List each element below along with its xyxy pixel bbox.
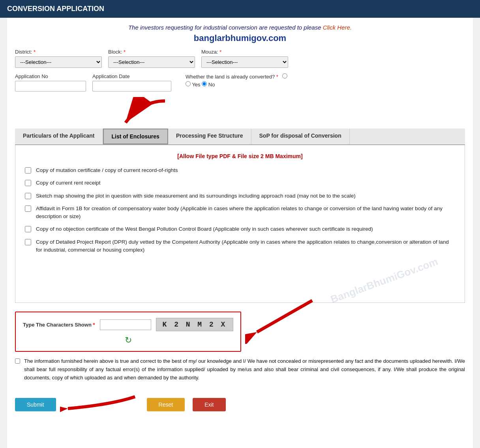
appdate-group: Application Date 22/02/2025 [92, 73, 171, 91]
enclosure-list: Copy of mutation certificate / copy of c… [25, 166, 455, 254]
notice-text: The investors requesting for industrial … [128, 24, 321, 31]
arrow-to-tab-svg [102, 97, 181, 129]
appno-label: Application No [15, 73, 86, 79]
site-name: banglarbhumigov.com [15, 33, 465, 43]
reset-button[interactable]: Reset [147, 398, 185, 411]
declaration-checkbox[interactable] [15, 358, 20, 364]
tab-particulars[interactable]: Particulars of the Applicant [15, 129, 103, 144]
list-item: Sketch map showing the plot in question … [25, 192, 455, 200]
chk6-checkbox[interactable] [25, 239, 31, 245]
submit-row-container: Submit Reset Exit [15, 389, 465, 416]
captcha-section-wrapper: Type The Characters Shown * K 2 N M 2 X … [15, 304, 465, 357]
captcha-row: Type The Characters Shown * K 2 N M 2 X [23, 318, 233, 331]
block-label: Block: * [108, 49, 195, 55]
appno-input[interactable] [15, 81, 86, 91]
arrow-to-submit-svg [60, 393, 139, 416]
chk4-label: Affidavit in Form 1B for creation of com… [36, 205, 455, 221]
exit-button[interactable]: Exit [193, 398, 225, 411]
converted-yes-label: Yes [186, 82, 202, 88]
click-here-link[interactable]: Click Here. [323, 24, 352, 31]
chk5-checkbox[interactable] [25, 226, 31, 232]
submit-button[interactable]: Submit [15, 398, 56, 411]
mouza-select[interactable]: ---Selection--- [201, 56, 288, 68]
converted-no-label: No [202, 82, 215, 88]
appdate-input[interactable]: 22/02/2025 [92, 81, 171, 91]
list-item: Copy of current rent receipt [25, 179, 455, 187]
chk1-checkbox[interactable] [25, 167, 31, 174]
chk6-label: Copy of Detailed Project Report (DPR) du… [36, 238, 455, 254]
watermark: BanglarBhumiGov.com [329, 256, 439, 306]
form-row-1: District: * ---Selection--- Block: * ---… [15, 49, 465, 68]
tabs-bar: Particulars of the Applicant List of Enc… [15, 129, 465, 145]
converted-yes-radio[interactable] [186, 81, 191, 86]
captcha-section: Type The Characters Shown * K 2 N M 2 X … [15, 312, 241, 352]
file-notice: [Allow File type PDF & File size 2 MB Ma… [25, 153, 455, 159]
tab-sop[interactable]: SoP for disposal of Conversion [251, 129, 350, 144]
arrow-to-captcha-svg [245, 297, 316, 344]
chk5-label: Copy of no objection certificate of the … [36, 225, 373, 233]
appdate-label: Application Date [92, 73, 171, 79]
captcha-arrow-container [245, 297, 316, 345]
button-row: Submit Reset Exit [15, 393, 226, 416]
block-select[interactable]: ---Selection--- [108, 56, 195, 68]
mouza-group: Mouza: * ---Selection--- [201, 49, 288, 68]
enclosures-panel: [Allow File type PDF & File size 2 MB Ma… [15, 145, 465, 303]
top-notice: The investors requesting for industrial … [15, 24, 465, 31]
submit-area: Submit Reset Exit [15, 389, 465, 416]
list-item: Copy of mutation certificate / copy of c… [25, 166, 455, 174]
captcha-image: K 2 N M 2 X [156, 318, 234, 331]
tab-enclosures[interactable]: List of Enclosures [103, 129, 168, 144]
converted-label: Whether the land is already converted? * [186, 73, 287, 80]
mouza-label: Mouza: * [201, 49, 288, 55]
chk2-label: Copy of current rent receipt [36, 179, 101, 187]
tab-arrow-area [15, 97, 465, 129]
chk3-label: Sketch map showing the plot in question … [36, 192, 356, 200]
tab-fee[interactable]: Processing Fee Structure [168, 129, 251, 144]
chk1-label: Copy of mutation certificate / copy of c… [36, 166, 178, 174]
chk2-checkbox[interactable] [25, 180, 31, 186]
chk3-checkbox[interactable] [25, 193, 31, 199]
appno-group: Application No [15, 73, 86, 91]
main-content: The investors requesting for industrial … [7, 18, 473, 448]
list-item: Copy of no objection certificate of the … [25, 225, 455, 233]
declaration-section: The information furnished herein above i… [15, 357, 465, 382]
district-group: District: * ---Selection--- [15, 49, 102, 68]
declaration-text: The information furnished herein above i… [24, 357, 465, 382]
form-row-2: Application No Application Date 22/02/20… [15, 73, 465, 91]
converted-radio-none[interactable] [282, 73, 287, 78]
list-item: Copy of Detailed Project Report (DPR) du… [25, 238, 455, 254]
chk4-checkbox[interactable] [25, 205, 31, 212]
district-label: District: * [15, 49, 102, 55]
refresh-row: ↻ [23, 335, 233, 345]
converted-radio-group: Yes No [186, 81, 287, 88]
converted-group: Whether the land is already converted? *… [186, 73, 287, 88]
page-header: CONVERSION APPLICATION [0, 0, 480, 18]
district-select[interactable]: ---Selection--- [15, 56, 102, 68]
list-item: Affidavit in Form 1B for creation of com… [25, 205, 455, 221]
refresh-icon[interactable]: ↻ [125, 335, 132, 345]
converted-no-radio[interactable] [202, 81, 207, 86]
captcha-input[interactable] [100, 319, 151, 330]
page-title: CONVERSION APPLICATION [7, 5, 104, 13]
captcha-label: Type The Characters Shown * [23, 322, 95, 328]
tabs-wrapper: Particulars of the Applicant List of Enc… [15, 97, 465, 303]
block-group: Block: * ---Selection--- [108, 49, 195, 68]
